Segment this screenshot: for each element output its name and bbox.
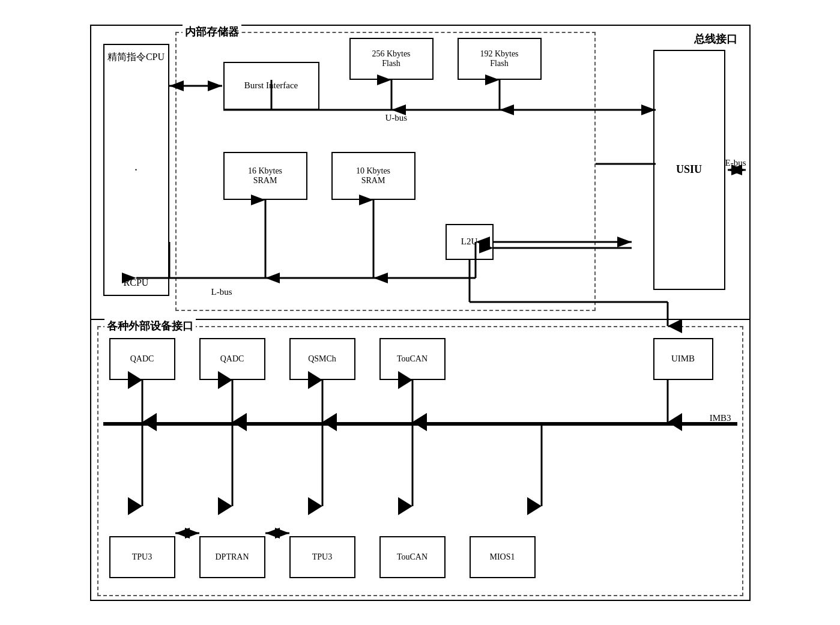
tpu3-2-label: TPU3 [312, 552, 332, 562]
flash256-label: 256 KbytesFlash [372, 49, 410, 68]
sram10-box: 10 KbytesSRAM [331, 152, 415, 200]
dptran-box: DPTRAN [199, 536, 265, 578]
qadc1-box: QADC [109, 338, 175, 380]
qadc1-label: QADC [130, 354, 154, 364]
sram10-label: 10 KbytesSRAM [356, 166, 390, 186]
rcpu-bottom-text: RCPU [124, 277, 149, 288]
top-section: 内部存储器 总线接口 精简指令CPU · RCPU Burst Interfac… [91, 26, 749, 320]
uimb-label: UIMB [671, 354, 695, 364]
burst-interface-box: Burst Interface [223, 62, 319, 110]
sram16-label: 16 KbytesSRAM [248, 166, 282, 186]
main-diagram: 内部存储器 总线接口 精简指令CPU · RCPU Burst Interfac… [90, 25, 751, 601]
internal-memory-label: 内部存储器 [183, 25, 241, 39]
sram16-box: 16 KbytesSRAM [223, 152, 307, 200]
dptran-label: DPTRAN [215, 552, 249, 562]
bottom-section: 各种外部设备接口 UIMB IMB3 QADC QADC QSMCh TouCA… [91, 320, 749, 602]
toucan2-label: TouCAN [397, 552, 428, 562]
l2u-label: L2U [461, 237, 478, 247]
tpu3-1-label: TPU3 [132, 552, 152, 562]
qsmch-label: QSMCh [308, 354, 336, 364]
uimb-box: UIMB [653, 338, 713, 380]
mios1-label: MIOS1 [489, 552, 515, 562]
lbus-label: L-bus [211, 287, 232, 297]
usiu-label: USIU [676, 163, 702, 176]
tpu3-2-box: TPU3 [289, 536, 355, 578]
flash192-label: 192 KbytesFlash [480, 49, 518, 68]
l2u-box: L2U [446, 224, 494, 260]
rcpu-dot: · [134, 163, 137, 177]
bus-interface-label: 总线接口 [694, 32, 737, 46]
bottom-peripheral-row: TPU3 DPTRAN TPU3 TouCAN MIOS1 [109, 536, 536, 578]
burst-interface-label: Burst Interface [244, 80, 298, 91]
toucan1-label: TouCAN [397, 354, 428, 364]
imb3-bus-line [103, 422, 737, 426]
toucan2-box: TouCAN [379, 536, 446, 578]
ebus-label: E-bus [725, 158, 746, 168]
toucan1-box: TouCAN [379, 338, 446, 380]
tpu3-1-box: TPU3 [109, 536, 175, 578]
qsmch-box: QSMCh [289, 338, 355, 380]
qadc2-label: QADC [220, 354, 244, 364]
ubus-label: U-bus [385, 113, 408, 123]
mios1-box: MIOS1 [470, 536, 536, 578]
external-label: 各种外部设备接口 [104, 319, 196, 333]
flash192-box: 192 KbytesFlash [458, 38, 542, 80]
qadc2-box: QADC [199, 338, 265, 380]
top-peripheral-row: QADC QADC QSMCh TouCAN [109, 338, 446, 380]
flash256-box: 256 KbytesFlash [349, 38, 434, 80]
rcpu-box: 精简指令CPU · RCPU [103, 44, 169, 296]
usiu-box: USIU [653, 50, 725, 290]
rcpu-top-text: 精简指令CPU [107, 51, 165, 64]
